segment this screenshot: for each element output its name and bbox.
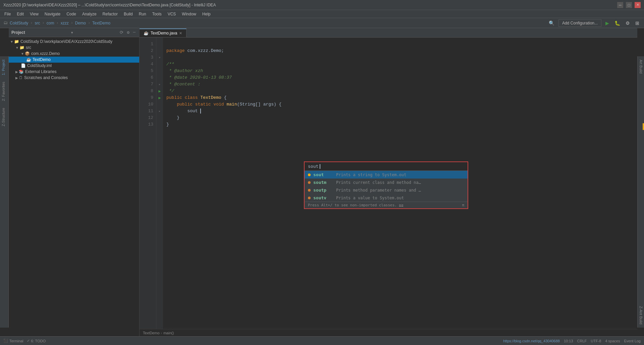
scroll-marker: [643, 123, 644, 130]
project-icon: 🗂: [3, 20, 8, 25]
status-terminal[interactable]: ⬛ Terminal: [3, 339, 23, 343]
todo-icon: ✓: [27, 339, 30, 343]
breadcrumb-src[interactable]: src: [35, 21, 40, 25]
status-url[interactable]: https://blog.csdn.net/qq_43040688: [503, 339, 560, 343]
minus-icon[interactable]: ─: [132, 29, 137, 36]
toolbar: 🗂 ColdStudy › src › com › xzzz › Demo › …: [0, 18, 644, 28]
fold-icon-3[interactable]: ▾: [159, 56, 161, 60]
tree-item-textdemo[interactable]: ☕ TextDemo: [9, 57, 139, 63]
tree-label-package: com.xzzz.Demo: [31, 51, 60, 56]
search-everywhere-button[interactable]: 🔍: [547, 20, 556, 26]
breadcrumb-demo[interactable]: Demo: [75, 21, 86, 25]
sidebar-item-project[interactable]: 1: Project: [0, 56, 8, 78]
close-button[interactable]: ✕: [635, 2, 641, 8]
tree-item-scratches[interactable]: ▶ 🗒 Scratches and Consoles: [9, 75, 139, 81]
fold-icon-7[interactable]: ▸: [159, 82, 161, 86]
ac-footer-text: Press Alt+/ to see non-imported classes.…: [308, 203, 404, 207]
menu-file[interactable]: File: [2, 11, 13, 17]
breadcrumb-com[interactable]: com: [47, 21, 54, 25]
code-editor[interactable]: 12345 678910 111213 ▾ ▸ ▶ ▶ ▸: [140, 38, 637, 329]
soutm-dot: [308, 181, 311, 184]
menu-refactor[interactable]: Refactor: [100, 11, 120, 17]
status-right: https://blog.csdn.net/qq_43040688 10:13 …: [503, 339, 641, 343]
project-folder-icon: 📁: [14, 39, 19, 44]
tab-close-textdemo[interactable]: ✕: [179, 31, 182, 36]
menu-edit[interactable]: Edit: [14, 11, 26, 17]
menu-build[interactable]: Build: [121, 11, 136, 17]
menu-navigate[interactable]: Navigate: [42, 11, 63, 17]
layout-button[interactable]: ⊞: [634, 20, 641, 26]
autocomplete-item-sout[interactable]: sout Prints a string to System.out: [305, 171, 468, 179]
tree-label-src: src: [26, 45, 31, 50]
run-button[interactable]: ▶: [604, 20, 610, 26]
menu-help[interactable]: Help: [200, 11, 213, 17]
autocomplete-typed: sout: [308, 164, 318, 169]
menu-analyze[interactable]: Analyze: [79, 11, 99, 17]
java-file-icon: ☕: [26, 57, 31, 62]
todo-label: 6: TODO: [31, 339, 46, 343]
autocomplete-footer: Press Alt+/ to see non-imported classes.…: [305, 202, 468, 208]
autocomplete-item-soutp[interactable]: soutp Prints method parameter names and …: [305, 186, 468, 194]
tab-textdemo[interactable]: ☕ TextDemo.java ✕: [140, 28, 186, 37]
eventlog-label: Event Log: [624, 339, 641, 343]
debug-button[interactable]: 🐛: [613, 20, 622, 26]
sidebar-item-favorites[interactable]: 2: Favorites: [0, 78, 8, 104]
tree-arrow-libraries: ▶: [15, 70, 18, 74]
breadcrumb-coldstudy[interactable]: ColdStudy: [10, 21, 28, 25]
sidebar-item-structure[interactable]: Z-Structure: [0, 105, 8, 130]
editor-area: ☕ TextDemo.java ✕ 12345 678910 111213 ▾ …: [140, 28, 637, 336]
status-crlf[interactable]: CRLF: [577, 339, 587, 343]
sidebar-item-antbuild[interactable]: Z-Ant Build: [638, 303, 644, 328]
run-arrow-9[interactable]: ▶: [158, 95, 161, 100]
breadcrumb-textdemo[interactable]: TextDemo: [92, 21, 110, 25]
menu-window[interactable]: Window: [179, 11, 199, 17]
soutm-keyword: soutm: [313, 180, 333, 185]
soutp-desc: Prints method parameter names and …: [336, 188, 421, 193]
gutter: ▾ ▸ ▶ ▶ ▸: [156, 38, 163, 329]
autocomplete-item-soutm[interactable]: soutm Prints current class and method na…: [305, 179, 468, 186]
run-arrow-8[interactable]: ▶: [158, 89, 161, 94]
tab-java-icon: ☕: [144, 31, 149, 36]
status-indent[interactable]: 4 spaces: [605, 339, 620, 343]
tree-item-src[interactable]: ▼ 📁 src: [9, 45, 139, 51]
position-label: 10:13: [564, 339, 573, 343]
ac-footer-icon: π: [462, 203, 464, 207]
breadcrumb-main-bottom[interactable]: main(): [163, 331, 174, 335]
sidebar-item-artbuild[interactable]: Art Build: [638, 56, 644, 77]
project-header: Project ▾ ⟳ ⚙ ─: [9, 28, 139, 37]
minimize-button[interactable]: ─: [617, 2, 623, 8]
maximize-button[interactable]: □: [626, 2, 632, 8]
breadcrumb-textdemo-bottom[interactable]: TextDemo: [143, 331, 160, 335]
status-encoding[interactable]: UTF-8: [591, 339, 601, 343]
fold-icon-11[interactable]: ▸: [159, 109, 161, 113]
menu-view[interactable]: View: [27, 11, 41, 17]
autocomplete-input: sout: [305, 162, 468, 171]
add-configuration-button[interactable]: Add Configuration...: [558, 19, 601, 27]
sync-icon[interactable]: ⟳: [119, 29, 124, 36]
tree-arrow-src: ▼: [15, 46, 19, 50]
cog-icon[interactable]: ⚙: [126, 29, 130, 36]
sout-desc: Prints a string to System.out: [336, 172, 407, 177]
tree-item-package[interactable]: ▼ 📦 com.xzzz.Demo: [9, 51, 139, 57]
autocomplete-item-soutv[interactable]: soutv Prints a value to System.out: [305, 194, 468, 202]
tree-item-libraries[interactable]: ▶ 📚 External Libraries: [9, 69, 139, 75]
tree-item-iml[interactable]: 📄 ColdStudy.iml: [9, 63, 139, 69]
line-numbers: 12345 678910 111213: [140, 38, 156, 329]
indent-label: 4 spaces: [605, 339, 620, 343]
breadcrumb-xzzz[interactable]: xzzz: [61, 21, 69, 25]
menu-vcs[interactable]: VCS: [165, 11, 179, 17]
src-folder-icon: 📁: [19, 45, 24, 50]
status-position[interactable]: 10:13: [564, 339, 573, 343]
menu-run[interactable]: Run: [136, 11, 149, 17]
title-bar: Xzzz2020 [D:\workplace\IDEA\Xzzz2020] – …: [0, 0, 644, 10]
status-todo[interactable]: ✓ 6: TODO: [27, 339, 46, 343]
soutv-desc: Prints a value to System.out: [336, 196, 404, 200]
tree-item-coldstudy[interactable]: ▼ 📁 ColdStudy D:\workplace\IDEA\Xzzz2020…: [9, 39, 139, 45]
left-panel-labels: 1: Project 2: Favorites Z-Structure: [0, 56, 9, 328]
settings-button[interactable]: ⚙: [624, 20, 631, 26]
menu-code[interactable]: Code: [64, 11, 79, 17]
status-eventlog[interactable]: Event Log: [624, 339, 641, 343]
project-header-icons: ⟳ ⚙ ─: [119, 29, 137, 36]
menu-tools[interactable]: Tools: [150, 11, 164, 17]
sout-dot: [308, 174, 311, 176]
